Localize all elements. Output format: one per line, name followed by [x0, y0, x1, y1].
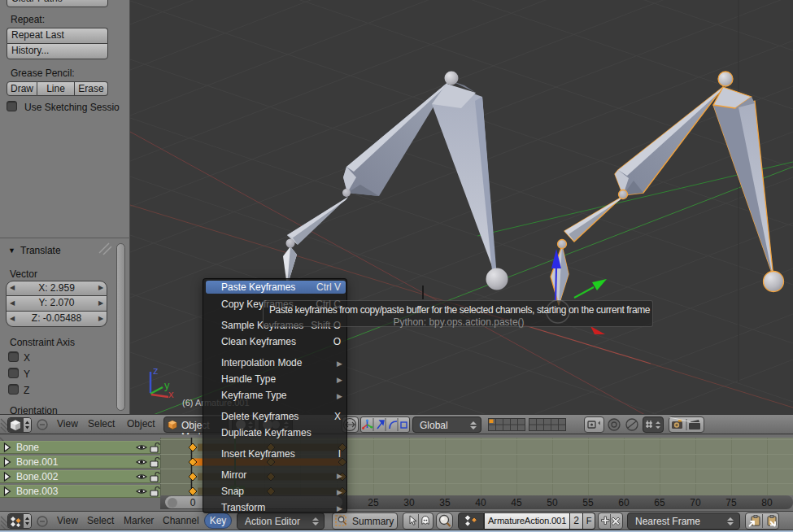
- svg-text:x: x: [168, 388, 174, 400]
- svg-text:z: z: [153, 364, 159, 377]
